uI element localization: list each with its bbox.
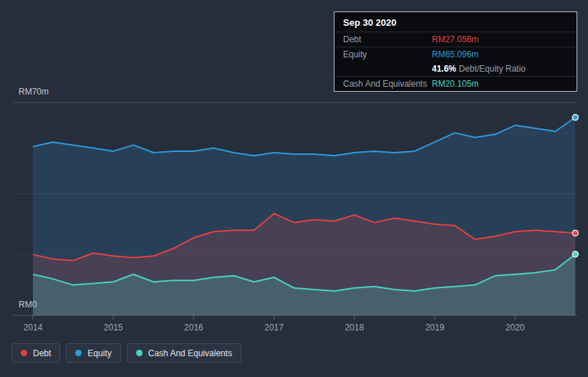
y-axis-min-label: RM0 [19, 300, 37, 310]
cash-legend-dot [136, 350, 143, 356]
tooltip-cash-value: RM20.105m [432, 79, 568, 89]
tooltip-debt-row: Debt RM27.056m [334, 32, 577, 47]
tooltip-ratio-label: Debt/Equity Ratio [458, 64, 525, 74]
y-axis-max-label: RM70m [19, 87, 49, 97]
debt-legend-dot [21, 350, 27, 356]
x-tick-label: 2020 [506, 323, 525, 333]
equity-endpoint-marker [572, 115, 578, 120]
tooltip-debt-value: RM27.056m [432, 34, 568, 44]
x-tick-label: 2019 [425, 323, 445, 333]
x-tick-label: 2014 [24, 323, 43, 333]
tooltip-equity-label: Equity [343, 49, 432, 59]
x-tick-label: 2018 [344, 323, 364, 333]
legend-item-label: Cash And Equivalents [148, 348, 232, 358]
x-tick-label: 2017 [264, 323, 284, 333]
legend-item-label: Debt [33, 348, 51, 358]
chart-tooltip: Sep 30 2020 Debt RM27.056m Equity RM65.0… [334, 11, 577, 92]
legend-item-equity[interactable]: Equity [66, 343, 120, 363]
tooltip-date: Sep 30 2020 [334, 12, 577, 32]
debt-equity-history-page: 2014201520162017201820192020 RM70m RM0 S… [0, 0, 588, 377]
tooltip-equity-value: RM65.096m [432, 49, 568, 59]
tooltip-ratio-row: 41.6% Debt/Equity Ratio [334, 62, 577, 76]
legend-item-cash[interactable]: Cash And Equivalents [127, 343, 241, 363]
equity-legend-dot [75, 350, 82, 356]
chart-legend: Debt Equity Cash And Equivalents [11, 343, 241, 363]
tooltip-equity-row: Equity RM65.096m [334, 47, 577, 62]
tooltip-cash-row: Cash And Equivalents RM20.105m [334, 76, 577, 91]
x-tick-label: 2016 [184, 323, 203, 333]
legend-item-debt[interactable]: Debt [11, 343, 60, 363]
debt-endpoint-marker [572, 230, 578, 236]
tooltip-ratio: 41.6% Debt/Equity Ratio [432, 64, 568, 74]
tooltip-ratio-value: 41.6% [432, 64, 456, 74]
tooltip-cash-label: Cash And Equivalents [343, 79, 432, 89]
x-tick-label: 2015 [104, 323, 123, 333]
cash-endpoint-marker [572, 252, 578, 257]
legend-item-label: Equity [87, 348, 111, 358]
tooltip-debt-label: Debt [343, 34, 432, 44]
